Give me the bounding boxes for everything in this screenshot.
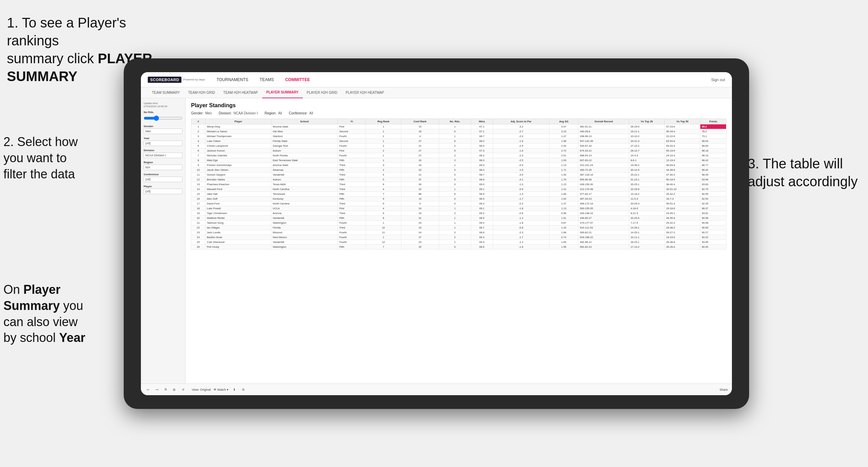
cell-conf-rank: 4 — [401, 134, 439, 139]
cell-num: 13 — [191, 182, 205, 187]
cell-avg-sg: 0.74 — [549, 235, 578, 240]
table-row: 5 Christo Lamprecht Georgia Tech Fourth … — [191, 144, 726, 148]
cell-top25: 28-12-7 — [629, 148, 665, 153]
sub-nav-team-h2h-grid[interactable]: TEAM H2H GRID — [184, 87, 219, 98]
cell-top50: 29-38-2 — [665, 225, 700, 230]
cell-record: 698-54-13 — [578, 153, 629, 158]
division-label: Division — [144, 149, 182, 152]
cell-top50: 50-19-9 — [665, 148, 700, 153]
cell-num: 2 — [191, 129, 205, 134]
cell-top25: 4-18-0 — [629, 206, 665, 211]
cell-yr: Third — [338, 225, 366, 230]
nav-tournaments[interactable]: TOURNAMENTS — [215, 77, 249, 83]
cell-player: Michael Le Sasso — [205, 129, 271, 134]
table-row: 3 Michael Thorbjornsen Stanford Fourth 2… — [191, 134, 726, 139]
cell-player: Gordon Sargent — [205, 173, 271, 177]
cell-top50: 35-26-4 — [665, 245, 700, 249]
cell-top25: 17-14-2 — [629, 245, 665, 249]
no-rds-slider[interactable] — [144, 115, 182, 121]
sub-nav-player-h2h-heatmap[interactable]: PLAYER H2H HEATMAP — [342, 87, 388, 98]
gender-select[interactable]: Men — [144, 129, 182, 134]
redo-btn[interactable]: ↪ — [154, 387, 160, 392]
cell-points: 68.49 — [700, 173, 726, 177]
cell-avg-sg: 1.56 — [549, 245, 578, 249]
cell-avg-sg: 1.61 — [549, 216, 578, 221]
region-select[interactable]: N/A — [144, 165, 182, 170]
standings-tbody: 1 Wenyi Ding Arizona State First 1 15 1 … — [191, 124, 726, 249]
undo-btn[interactable]: ↩ — [145, 387, 151, 392]
cell-conf-rank: 27 — [401, 148, 439, 153]
nav-sign-out[interactable]: Sign out — [711, 78, 725, 82]
cell-wins: 68.5 — [471, 192, 493, 197]
cell-top25: 8-21-5 — [629, 211, 665, 216]
watch-btn[interactable]: 👁 Watch ▾ — [213, 388, 229, 391]
copy-btn[interactable]: ⧉ — [163, 387, 168, 392]
cell-yr: Third — [338, 182, 366, 187]
cell-adj: -1.8 — [493, 206, 549, 211]
cell-top50: 26-32-2 — [665, 192, 700, 197]
refresh-btn[interactable]: ↺ — [180, 387, 186, 392]
table-row: 26 Petr Hruby Washington Fifth 7 25 0 68… — [191, 245, 726, 249]
cell-record: 533-57-16 — [578, 144, 629, 148]
conference-select[interactable]: (All) — [144, 177, 182, 182]
cell-school: Florida State — [271, 139, 338, 144]
nav-teams[interactable]: TEAMS — [258, 77, 275, 83]
tablet: SCOREBOARD Powered by clippi TOURNAMENTS… — [124, 58, 749, 409]
cell-points: 60.98 — [700, 216, 726, 221]
view-original[interactable]: View: Original — [192, 388, 211, 391]
cell-num: 21 — [191, 221, 205, 225]
table-row: 15 Jake Hall Tennessee Fifth 7 88 6 68.5… — [191, 192, 726, 197]
cell-player: Mats Ege — [205, 158, 271, 163]
cell-points: 78.2 — [700, 129, 726, 134]
cell-yr: First — [338, 148, 366, 153]
cell-adj: -1.7 — [493, 235, 549, 240]
cell-adj: -2.5 — [493, 158, 549, 163]
cell-adj: -0.5 — [493, 163, 549, 168]
cell-yr: Fifth — [338, 216, 366, 221]
cell-wins: 67.1 — [471, 129, 493, 134]
cell-yr: Third — [338, 173, 366, 177]
sub-nav-player-h2h-grid[interactable]: PLAYER H2H GRID — [303, 87, 342, 98]
nav-committee[interactable]: COMMITTEE — [284, 77, 311, 83]
year-select[interactable]: (All) — [144, 141, 182, 146]
cell-wins: 68.5 — [471, 216, 493, 221]
cell-points: 60.69 — [700, 225, 726, 230]
cell-num: 8 — [191, 158, 205, 163]
cell-no-rds: 6 — [439, 139, 471, 144]
cell-school: Washington — [271, 245, 338, 249]
cell-avg-sg: 1.68 — [549, 230, 578, 235]
grid-btn[interactable]: ⊞ — [171, 387, 177, 392]
cell-school: North Carolina — [271, 187, 338, 192]
cell-top25: 14-3-3 — [629, 153, 665, 158]
cell-yr: Third — [338, 163, 366, 168]
col-reg-rank: Reg Rank — [366, 119, 401, 124]
cell-yr: Fourth — [338, 235, 366, 240]
cell-reg-rank: 9 — [366, 197, 401, 201]
cell-player: Tiger Christensen — [205, 211, 271, 216]
sub-nav-team-h2h-heatmap[interactable]: TEAM H2H HEATMAP — [219, 87, 262, 98]
division-select[interactable]: NCAA Division I — [144, 153, 182, 158]
cell-adj: -1.2 — [493, 240, 549, 245]
cell-points: 68.18 — [700, 148, 726, 153]
cell-wins: 69.2 — [471, 211, 493, 216]
cell-top50: 49-35-9 — [665, 216, 700, 221]
cell-adj: -1.8 — [493, 221, 549, 225]
cell-yr: Fourth — [338, 230, 366, 235]
cell-adj: -2.5 — [493, 144, 549, 148]
share-btn[interactable]: Share — [720, 388, 728, 391]
cell-top50: 57-23-0 — [665, 124, 700, 129]
cell-school: Vanderbilt — [271, 240, 338, 245]
cell-player: Michael Thorbjornsen — [205, 134, 271, 139]
cell-avg-sg: 1.98 — [549, 139, 578, 144]
player-select[interactable]: (All) — [144, 189, 182, 194]
cell-top25: 14-26-1 — [629, 225, 665, 230]
cell-reg-rank: 4 — [366, 187, 401, 192]
sub-nav-player-summary[interactable]: PLAYER SUMMARY — [262, 87, 303, 98]
settings-btn[interactable]: ⚙ — [240, 387, 246, 392]
cell-record: 381-61-11 — [578, 124, 629, 129]
sub-nav-team-summary[interactable]: TEAM SUMMARY — [148, 87, 184, 98]
export-btn[interactable]: ⬆ — [231, 387, 237, 392]
cell-reg-rank: 1 — [366, 235, 401, 240]
table-row: 17 David Ford North Carolina Third 9 9 0… — [191, 201, 726, 206]
cell-no-rds: 1 — [439, 240, 471, 245]
